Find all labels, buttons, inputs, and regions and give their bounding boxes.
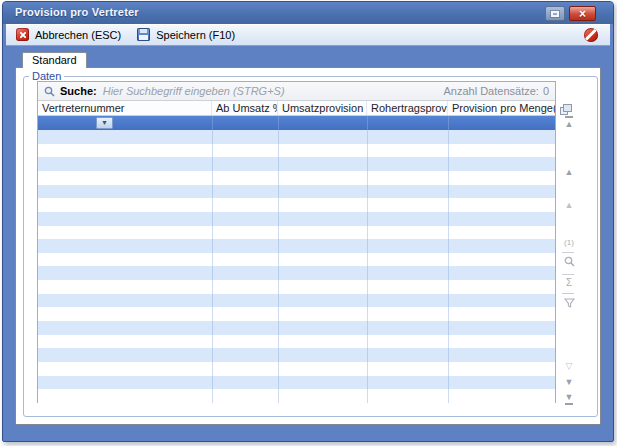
search-label: Suche: [60, 85, 97, 97]
save-button[interactable]: Speichern (F10) [137, 28, 235, 41]
save-button-label: Speichern (F10) [156, 29, 235, 41]
column-header[interactable]: Provision pro Menge(Einheit) [448, 101, 555, 116]
rail-divider [562, 274, 574, 275]
grid-header: VertreternummerAb Umsatz %Umsatzprovisio… [38, 101, 555, 116]
column-header[interactable]: Rohertragsprovision [367, 101, 448, 116]
search-input[interactable]: Suche: Hier Suchbegriff eingeben (STRG+S… [38, 82, 555, 101]
column-header[interactable]: Vertreternummer [38, 101, 212, 116]
search-placeholder: Hier Suchbegriff eingeben (STRG+S) [103, 85, 285, 97]
restore-icon [551, 11, 559, 17]
data-grid: Suche: Hier Suchbegriff eingeben (STRG+S… [37, 81, 556, 403]
count-icon[interactable]: (1) [560, 238, 578, 248]
page-down-icon[interactable]: ▼ [560, 377, 578, 387]
column-divider [212, 116, 213, 403]
column-divider [448, 116, 449, 403]
column-header[interactable]: Umsatzprovision [278, 101, 367, 116]
groupbox-daten: Daten Suche: Hier Suchbegriff eingeben (… [23, 76, 598, 417]
rail-divider [562, 293, 574, 294]
page-up-icon[interactable]: ▲ [560, 167, 578, 177]
abort-icon[interactable] [584, 28, 598, 42]
dialog-window: Provision pro Vertreter × Abbrechen (ESC… [2, 1, 614, 442]
sum-icon[interactable]: Σ [560, 278, 578, 288]
rail-divider [562, 252, 574, 253]
record-count-value: 0 [543, 85, 549, 97]
row-down-icon[interactable]: ▽ [560, 361, 578, 371]
restore-button[interactable] [545, 6, 565, 21]
tab-standard[interactable]: Standard [22, 52, 87, 68]
search-icon [44, 86, 55, 97]
tab-content-panel: Daten Suche: Hier Suchbegriff eingeben (… [15, 67, 601, 425]
cancel-icon [16, 28, 29, 41]
scroll-to-bottom-icon[interactable]: ▼ [560, 392, 578, 405]
column-divider [278, 116, 279, 403]
row-up-icon[interactable]: ▲ [560, 200, 578, 210]
record-count-label: Anzahl Datensätze: [443, 85, 538, 97]
close-button[interactable]: × [569, 6, 596, 21]
close-icon: × [579, 8, 586, 20]
zoom-icon[interactable] [560, 256, 578, 267]
filter-icon[interactable] [560, 298, 578, 308]
grid-body[interactable]: ▼ [38, 116, 555, 403]
row-dropdown-button[interactable]: ▼ [96, 117, 113, 129]
scroll-to-top-icon[interactable]: ▲ [560, 116, 578, 129]
column-divider [367, 116, 368, 403]
column-header[interactable]: Ab Umsatz % [212, 101, 278, 116]
titlebar[interactable]: Provision pro Vertreter × [3, 2, 613, 24]
empty-rows[interactable] [38, 130, 555, 403]
cancel-button[interactable]: Abbrechen (ESC) [16, 28, 121, 41]
selected-row[interactable]: ▼ [38, 116, 555, 130]
save-icon [137, 28, 150, 41]
window-title: Provision pro Vertreter [15, 6, 139, 18]
cancel-button-label: Abbrechen (ESC) [35, 29, 121, 41]
toolbar: Abbrechen (ESC) Speichern (F10) [6, 24, 610, 46]
record-count: Anzahl Datensätze: 0 [443, 85, 549, 97]
